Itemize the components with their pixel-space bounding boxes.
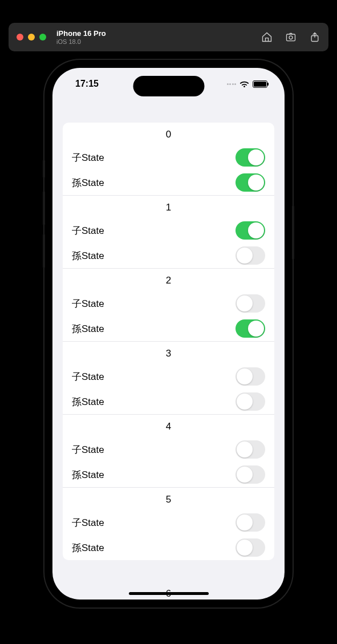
- list-card: 0子State孫State1子State孫State2子State孫State3…: [63, 123, 274, 560]
- home-indicator[interactable]: [129, 592, 209, 595]
- child-state-label: 子State: [72, 224, 104, 237]
- child-state-label: 子State: [72, 516, 104, 529]
- child-state-row: 子State: [72, 145, 265, 170]
- grandchild-state-toggle[interactable]: [236, 246, 265, 265]
- list-section: 5子State孫State: [63, 488, 274, 560]
- section-header: 1: [72, 202, 265, 218]
- share-icon[interactable]: [309, 31, 320, 43]
- section-header: 4: [72, 421, 265, 437]
- grandchild-state-label: 孫State: [72, 468, 104, 481]
- child-state-toggle[interactable]: [236, 294, 265, 313]
- grandchild-state-toggle[interactable]: [236, 173, 265, 192]
- grandchild-state-toggle[interactable]: [236, 392, 265, 411]
- list-section: 3子State孫State: [63, 342, 274, 415]
- device-name: iPhone 16 Pro: [56, 29, 106, 38]
- volume-up-button: [43, 191, 45, 225]
- child-state-label: 子State: [72, 297, 104, 310]
- close-icon[interactable]: [17, 34, 23, 40]
- list-section: 2子State孫State: [63, 269, 274, 342]
- grandchild-state-row: 孫State: [72, 535, 265, 560]
- child-state-toggle[interactable]: [236, 221, 265, 240]
- power-button: [292, 205, 294, 260]
- child-state-label: 子State: [72, 443, 104, 456]
- section-header: 5: [72, 494, 265, 510]
- grandchild-state-row: 孫State: [72, 170, 265, 195]
- child-state-row: 子State: [72, 437, 265, 462]
- minimize-icon[interactable]: [28, 34, 35, 40]
- child-state-label: 子State: [72, 370, 104, 383]
- list-section: 4子State孫State: [63, 415, 274, 488]
- grandchild-state-row: 孫State: [72, 243, 265, 268]
- section-header: 2: [72, 275, 265, 291]
- section-header: 3: [72, 348, 265, 364]
- window-controls: [17, 34, 46, 40]
- list-section: 0子State孫State: [63, 123, 274, 196]
- child-state-label: 子State: [72, 151, 104, 164]
- os-version: iOS 18.0: [56, 38, 106, 45]
- zoom-icon[interactable]: [39, 34, 46, 40]
- grandchild-state-toggle[interactable]: [236, 538, 265, 557]
- battery-icon: [253, 80, 267, 88]
- grandchild-state-row: 孫State: [72, 389, 265, 414]
- action-button: [43, 160, 45, 178]
- dynamic-island: [133, 76, 204, 96]
- grandchild-state-row: 孫State: [72, 462, 265, 487]
- child-state-row: 子State: [72, 218, 265, 243]
- grandchild-state-row: 孫State: [72, 316, 265, 341]
- grandchild-state-toggle[interactable]: [236, 465, 265, 484]
- volume-down-button: [43, 234, 45, 268]
- child-state-toggle[interactable]: [236, 513, 265, 532]
- grandchild-state-label: 孫State: [72, 322, 104, 335]
- child-state-toggle[interactable]: [236, 367, 265, 386]
- grandchild-state-label: 孫State: [72, 395, 104, 408]
- cellular-icon: [227, 83, 237, 85]
- home-icon[interactable]: [261, 31, 273, 43]
- screenshot-icon[interactable]: [285, 31, 297, 43]
- simulator-title-block: iPhone 16 Pro iOS 18.0: [56, 29, 106, 45]
- content-area[interactable]: 0子State孫State1子State孫State2子State孫State3…: [52, 100, 285, 600]
- svg-point-1: [289, 36, 293, 39]
- child-state-row: 子State: [72, 291, 265, 316]
- list-section: 1子State孫State: [63, 196, 274, 269]
- grandchild-state-toggle[interactable]: [236, 319, 265, 338]
- iphone-frame: 17:15 0子State孫State1子State孫State2子State孫…: [44, 60, 293, 607]
- section-header: 0: [72, 129, 265, 145]
- child-state-row: 子State: [72, 364, 265, 389]
- child-state-toggle[interactable]: [236, 148, 265, 167]
- svg-rect-0: [287, 34, 295, 41]
- grandchild-state-label: 孫State: [72, 176, 104, 189]
- screen: 17:15 0子State孫State1子State孫State2子State孫…: [52, 68, 285, 600]
- wifi-icon: [239, 80, 249, 88]
- child-state-row: 子State: [72, 510, 265, 535]
- grandchild-state-label: 孫State: [72, 541, 104, 554]
- grandchild-state-label: 孫State: [72, 249, 104, 262]
- simulator-titlebar: iPhone 16 Pro iOS 18.0: [9, 23, 328, 51]
- child-state-toggle[interactable]: [236, 440, 265, 459]
- status-time: 17:15: [75, 79, 99, 89]
